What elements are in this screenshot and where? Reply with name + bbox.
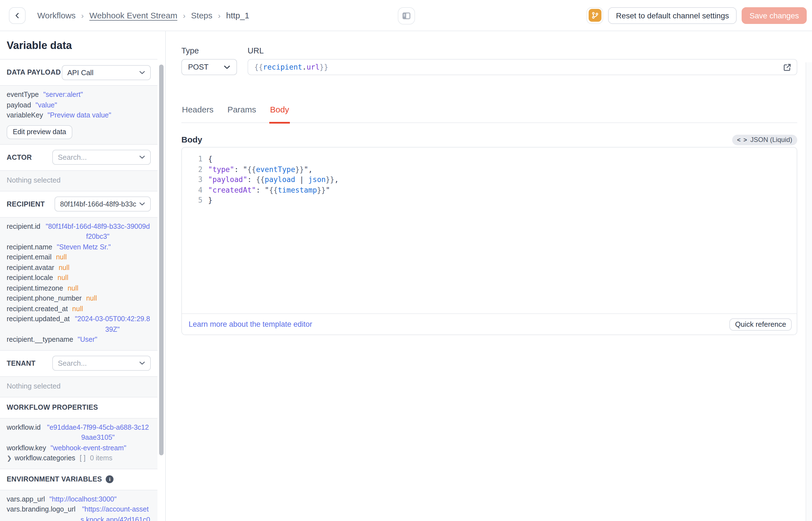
- code-editor[interactable]: 1{ 2"type": "{{eventType}}", 3"payload":…: [182, 148, 797, 313]
- kv-row: recipient.localenull: [7, 273, 151, 283]
- breadcrumb-separator: ›: [81, 11, 84, 20]
- panel-left-icon: [401, 10, 412, 21]
- chevron-down-icon: [139, 202, 145, 206]
- chevron-down-icon: [139, 70, 145, 74]
- code-line: 5}: [182, 196, 797, 206]
- code-line: 1{: [182, 154, 797, 164]
- variable-data-sidebar: Variable data DATA PAYLOAD API Call even…: [0, 31, 166, 521]
- code-line: 3"payload": {{payload | json}},: [182, 175, 797, 185]
- breadcrumb-separator: ›: [183, 11, 185, 20]
- kv-row: vars.branding.logo_url"https://account-a…: [7, 504, 151, 521]
- kv-row: variableKey"Preview data value": [7, 110, 151, 120]
- header-actions: Reset to default channel settings Save c…: [587, 7, 807, 24]
- actor-select[interactable]: Search...: [52, 150, 151, 165]
- recipient-preview-block: recipient.id"80f1f4bf-166d-48f9-b33c-390…: [0, 217, 158, 350]
- info-icon[interactable]: i: [106, 475, 114, 483]
- request-tabs: Headers Params Body: [182, 104, 797, 123]
- url-label: URL: [247, 47, 797, 54]
- kv-row: recipient.updated_at"2024-03-05T00:42:29…: [7, 314, 151, 335]
- quick-reference-button[interactable]: Quick reference: [730, 318, 792, 330]
- external-link-icon[interactable]: [783, 63, 792, 72]
- tenant-label: TENANT: [7, 359, 35, 367]
- kv-row: recipient.phone_numbernull: [7, 293, 151, 304]
- url-value: {{recipient.url}}: [254, 63, 328, 71]
- body-section-label: Body: [182, 134, 202, 145]
- tenant-row: TENANT Search...: [0, 350, 158, 376]
- breadcrumb-steps[interactable]: Steps: [191, 10, 213, 20]
- http-method-select[interactable]: POST: [182, 59, 237, 75]
- kv-row: workflow.key"webhook-event-stream": [7, 443, 151, 453]
- chevron-down-icon: [139, 155, 145, 159]
- breadcrumb-workflows[interactable]: Workflows: [37, 10, 76, 20]
- sidebar-toggle-button[interactable]: [398, 7, 415, 24]
- main-scrollbar-track[interactable]: [806, 62, 812, 521]
- top-header: Workflows › Webhook Event Stream › Steps…: [0, 0, 812, 31]
- expand-chevron-icon[interactable]: ❯: [7, 453, 12, 463]
- sidebar-scrollbar[interactable]: [159, 65, 164, 455]
- kv-row: recipient.name"Steven Metz Sr.": [7, 242, 151, 252]
- kv-row: payload"value": [7, 100, 151, 110]
- editor-footer: Learn more about the template editor Qui…: [182, 313, 797, 335]
- git-branch-badge: [588, 9, 601, 22]
- kv-row: recipient.id"80f1f4bf-166d-48f9-b33c-390…: [7, 221, 151, 242]
- tab-params[interactable]: Params: [227, 104, 257, 123]
- chevron-down-icon: [224, 65, 230, 69]
- actor-label: ACTOR: [7, 153, 32, 161]
- kv-row: recipient.created_atnull: [7, 304, 151, 314]
- request-editor-panel: Type POST URL {{recipient.url}}: [166, 31, 812, 521]
- language-badge: < > JSON (Liquid): [732, 134, 797, 145]
- kv-row: recipient.__typename"User": [7, 335, 151, 345]
- breadcrumb-workflow-name[interactable]: Webhook Event Stream: [89, 10, 177, 20]
- chevron-down-icon: [139, 361, 145, 365]
- workflow-properties-header: WORKFLOW PROPERTIES: [0, 397, 158, 418]
- code-line: 2"type": "{{eventType}}",: [182, 164, 797, 175]
- data-payload-label: DATA PAYLOAD: [7, 68, 61, 76]
- recipient-label: RECIPIENT: [7, 200, 45, 208]
- code-line: 4"createdAt": "{{timestamp}}": [182, 185, 797, 196]
- kv-row: recipient.emailnull: [7, 252, 151, 263]
- template-editor: 1{ 2"type": "{{eventType}}", 3"payload":…: [182, 147, 797, 335]
- breadcrumb-separator: ›: [218, 11, 221, 20]
- tab-body[interactable]: Body: [269, 104, 290, 123]
- tenant-select[interactable]: Search...: [52, 356, 151, 371]
- kv-row: vars.app_url"http://localhost:3000": [7, 494, 151, 504]
- payload-preview-block: eventType"server:alert" payload"value" v…: [0, 86, 158, 144]
- sidebar-title: Variable data: [0, 31, 158, 59]
- data-payload-row: DATA PAYLOAD API Call: [0, 60, 158, 85]
- workflow-properties-block: workflow.id"e91ddae4-7f99-45cb-a688-3c12…: [0, 418, 158, 469]
- url-input[interactable]: {{recipient.url}}: [247, 59, 797, 75]
- tenant-empty-state: Nothing selected: [0, 377, 158, 397]
- recipient-select[interactable]: 80f1f4bf-166d-48f9-b33c: [54, 197, 151, 211]
- chevron-left-icon: [13, 12, 21, 19]
- kv-row: workflow.id"e91ddae4-7f99-45cb-a688-3c12…: [7, 422, 151, 443]
- breadcrumb-step-name: http_1: [226, 10, 249, 20]
- environment-variables-header: ENVIRONMENT VARIABLES i: [0, 469, 158, 490]
- template-editor-docs-link[interactable]: Learn more about the template editor: [189, 320, 312, 329]
- save-changes-button[interactable]: Save changes: [742, 7, 807, 24]
- data-payload-select[interactable]: API Call: [62, 65, 151, 80]
- recipient-row: RECIPIENT 80f1f4bf-166d-48f9-b33c: [0, 191, 158, 217]
- actor-empty-state: Nothing selected: [0, 171, 158, 191]
- code-icon: < >: [737, 136, 747, 143]
- edit-preview-data-button[interactable]: Edit preview data: [7, 125, 72, 139]
- reset-channel-settings-button[interactable]: Reset to default channel settings: [608, 7, 737, 24]
- environment-variables-block: vars.app_url"http://localhost:3000" vars…: [0, 490, 158, 521]
- tab-headers[interactable]: Headers: [182, 104, 214, 123]
- back-button[interactable]: [9, 7, 26, 24]
- breadcrumb: Workflows › Webhook Event Stream › Steps…: [37, 10, 249, 20]
- uncommitted-changes-button[interactable]: [587, 7, 603, 24]
- kv-row: recipient.timezonenull: [7, 283, 151, 293]
- git-branch-icon: [591, 11, 599, 20]
- workflow-categories-row: ❯ workflow.categories [ ] 0 items: [7, 453, 151, 463]
- items-count: 0 items: [90, 453, 112, 463]
- actor-row: ACTOR Search...: [0, 144, 158, 170]
- kv-row: recipient.avatarnull: [7, 263, 151, 273]
- type-label: Type: [182, 47, 237, 54]
- workflow-step-editor: Workflows › Webhook Event Stream › Steps…: [0, 0, 812, 521]
- kv-row: eventType"server:alert": [7, 90, 151, 100]
